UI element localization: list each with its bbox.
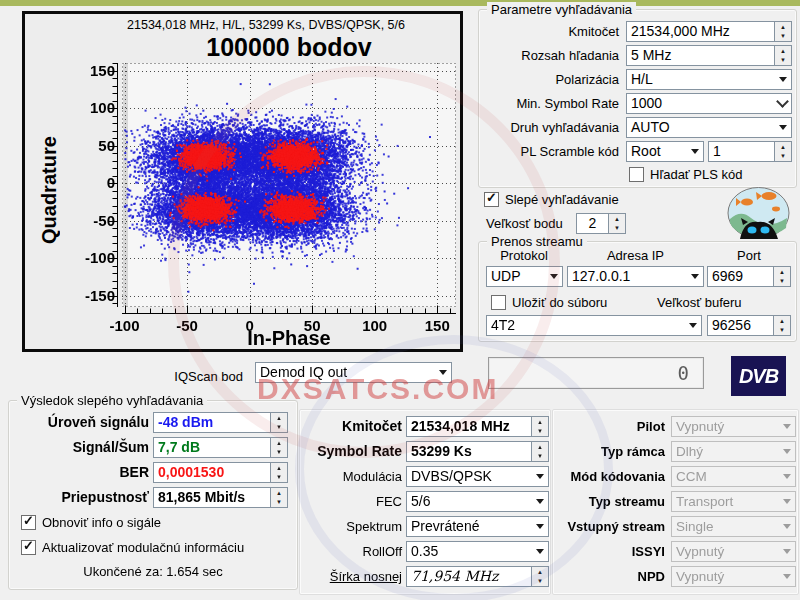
caret-down-icon	[783, 449, 791, 454]
caret-down-icon	[783, 549, 791, 554]
spin-up-button[interactable]: ▲	[774, 267, 790, 277]
spinner-buttons: ▲▼	[531, 567, 548, 586]
spin-up-button[interactable]: ▲	[775, 22, 791, 32]
buffer-size-field[interactable]: 96256▲▼	[707, 315, 791, 336]
search-param-dropdown-value: H/L	[627, 70, 774, 89]
save-to-file-checkbox[interactable]	[491, 295, 506, 310]
dropdown-arrow-icon	[686, 142, 703, 161]
spin-up-button[interactable]: ▲	[775, 142, 791, 152]
ip-address-dropdown[interactable]: 127.0.0.1	[567, 266, 704, 287]
spinner-buttons: ▲▼	[531, 417, 548, 436]
stream-group: Prenos streamu ProtokolAdresa IPPortUDP1…	[478, 241, 797, 342]
blind-search[interactable]: Slepé vyhľadávanie	[484, 191, 619, 208]
spin-down-button[interactable]: ▼	[775, 56, 791, 66]
status-label: Vstupný stream	[553, 516, 665, 537]
tuner-spin-field[interactable]: 71,954 MHz▲▼	[406, 566, 549, 587]
result-value-field[interactable]: 81,865 Mbit/s▲▼	[153, 487, 288, 508]
spinner-buttons: ▲▼	[270, 413, 287, 432]
status-dropdown[interactable]: Dlhý	[671, 441, 796, 462]
spin-down-button[interactable]: ▼	[271, 448, 287, 458]
caret-down-icon	[691, 149, 699, 154]
status-dropdown[interactable]: Vypnutý	[671, 566, 796, 587]
result-value-field[interactable]: 7,7 dB▲▼	[153, 437, 288, 458]
spin-up-button[interactable]: ▲	[775, 46, 791, 56]
spin-up-button[interactable]: ▲	[774, 316, 790, 326]
device-dropdown[interactable]: 4T2	[486, 315, 702, 336]
iqscan-dropdown[interactable]: Demod IQ out	[255, 362, 452, 383]
spin-down-button[interactable]: ▼	[271, 423, 287, 433]
caret-down-icon	[783, 524, 791, 529]
tuner-label: Spektrum	[300, 516, 402, 537]
spin-down-button[interactable]: ▼	[532, 452, 548, 462]
save-to-file[interactable]: Uložiť do súboru	[491, 294, 607, 311]
refresh-signal-info-checkbox[interactable]	[21, 515, 36, 530]
tuner-label: Šírka nosnej	[300, 566, 402, 587]
status-dropdown[interactable]: Transport	[671, 491, 796, 512]
status-dropdown[interactable]: Vypnutý	[671, 416, 796, 437]
tuner-dropdown[interactable]: 5/6	[406, 491, 549, 512]
spin-down-button[interactable]: ▼	[775, 32, 791, 42]
spin-down-button[interactable]: ▼	[775, 152, 791, 162]
protocol-dropdown[interactable]: UDP	[486, 266, 563, 287]
spinner-buttons: ▲▼	[774, 142, 791, 161]
y-tick-label: 150	[49, 62, 115, 79]
tuner-spin-field[interactable]: 21534,018 MHz▲▼	[406, 416, 549, 437]
search-param-dropdown[interactable]: 1000	[626, 93, 792, 114]
update-modulation-info-checkbox[interactable]	[21, 540, 36, 555]
tuner-dropdown[interactable]: Prevrátené	[406, 516, 549, 537]
tuner-dropdown[interactable]: 0.35	[406, 541, 549, 562]
dropdown-arrow-icon	[778, 567, 795, 586]
result-value-field-value: -48 dBm	[154, 413, 270, 432]
spin-down-button[interactable]: ▼	[271, 498, 287, 508]
dot-size-field[interactable]: 2▲▼	[576, 213, 626, 234]
status-dropdown[interactable]: Vypnutý	[671, 541, 796, 562]
tuner-spin-field[interactable]: 53299 Ks▲▼	[406, 441, 549, 462]
status-dropdown[interactable]: CCM	[671, 466, 796, 487]
spin-down-button[interactable]: ▼	[271, 473, 287, 483]
dropdown-arrow-icon	[774, 94, 791, 113]
search-param-dropdown[interactable]: AUTO	[626, 117, 792, 138]
spin-up-button[interactable]: ▲	[271, 463, 287, 473]
result-value-field[interactable]: -48 dBm▲▼	[153, 412, 288, 433]
search-param-spin-field[interactable]: 21534,000 MHz▲▼	[626, 21, 792, 42]
spin-up-button[interactable]: ▲	[532, 442, 548, 452]
search-param-spin-field[interactable]: 5 MHz▲▼	[626, 45, 792, 66]
port-field-value: 6969	[708, 267, 773, 286]
dropdown-arrow-icon	[531, 467, 548, 486]
spin-up-button[interactable]: ▲	[271, 488, 287, 498]
pl-scramble-dropdown[interactable]: Root	[626, 141, 704, 162]
spin-down-button[interactable]: ▼	[532, 427, 548, 437]
spin-down-button[interactable]: ▼	[774, 277, 790, 287]
tuner-spin-field-value: 71,954 MHz	[407, 567, 531, 586]
refresh-signal-info-label: Obnoviť info o sigále	[42, 515, 161, 530]
status-label: Pilot	[553, 416, 665, 437]
port-field[interactable]: 6969▲▼	[707, 266, 791, 287]
find-pls-code[interactable]: Hľadať PLS kód	[629, 166, 743, 183]
stream-status-panel: PilotVypnutýTyp rámcaDlhýMód kódovaniaCC…	[552, 409, 799, 595]
spin-down-button[interactable]: ▼	[609, 224, 625, 234]
tuner-dropdown[interactable]: DVBS/QPSK	[406, 466, 549, 487]
spin-up-button[interactable]: ▲	[532, 567, 548, 577]
spinner-buttons: ▲▼	[270, 463, 287, 482]
status-dropdown[interactable]: Single	[671, 516, 796, 537]
search-param-dropdown[interactable]: H/L	[626, 69, 792, 90]
dropdown-arrow-icon	[531, 542, 548, 561]
spin-up-button[interactable]: ▲	[271, 413, 287, 423]
spin-up-button[interactable]: ▲	[532, 417, 548, 427]
blind-search-checkbox[interactable]	[484, 192, 499, 207]
caret-down-icon	[779, 125, 787, 130]
update-modulation-info[interactable]: Aktualizovať modulačnú informáciu	[21, 539, 244, 556]
tuner-spin-field-value: 21534,018 MHz	[407, 417, 531, 436]
spin-down-button[interactable]: ▼	[774, 326, 790, 336]
refresh-signal-info[interactable]: Obnoviť info o sigále	[21, 514, 161, 531]
result-value-field[interactable]: 0,0001530▲▼	[153, 462, 288, 483]
ip-address-dropdown-value: 127.0.0.1	[568, 267, 686, 286]
spin-up-button[interactable]: ▲	[271, 438, 287, 448]
spin-down-button[interactable]: ▼	[532, 577, 548, 587]
dropdown-arrow-icon	[778, 542, 795, 561]
result-label: Signál/Šum	[9, 437, 149, 458]
find-pls-code-checkbox[interactable]	[629, 167, 644, 182]
tuner-info-panel: Kmitočet21534,018 MHz▲▼Symbol Rate53299 …	[299, 409, 551, 595]
pl-scramble-code-field[interactable]: 1▲▼	[708, 141, 792, 162]
spin-up-button[interactable]: ▲	[609, 214, 625, 224]
